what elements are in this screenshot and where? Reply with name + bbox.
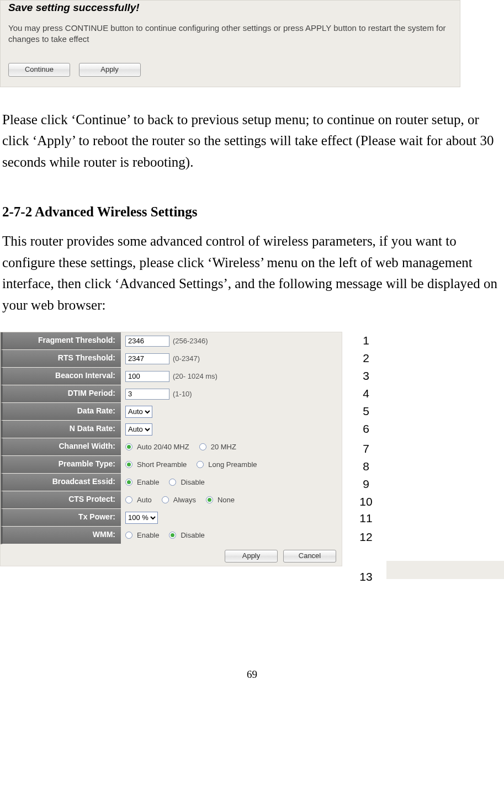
callout-number: 11 [358, 512, 374, 525]
callout-number: 1 [358, 334, 374, 347]
text-input[interactable] [125, 353, 169, 364]
callout-number: 8 [358, 460, 374, 473]
radio-button[interactable] [199, 443, 206, 450]
dialog-body-text: You may press CONTINUE button to continu… [8, 23, 452, 45]
callout-number: 13 [358, 570, 374, 583]
form-row: WMM:EnableDisable [1, 527, 342, 544]
callout-number: 4 [358, 387, 374, 400]
form-row-control: (0-2347) [121, 350, 342, 368]
form-row: Tx Power:100 % [1, 509, 342, 527]
callout-number: 12 [358, 530, 374, 544]
form-row-label: Tx Power: [1, 509, 121, 527]
hint-text: (1-10) [173, 390, 192, 398]
form-row-control: EnableDisable [121, 474, 342, 491]
apply-button[interactable]: Apply [79, 63, 141, 77]
radio-label: Enable [137, 531, 159, 539]
form-apply-button[interactable]: Apply [225, 550, 278, 562]
form-row-label: Broadcast Essid: [1, 474, 121, 491]
form-row-label: CTS Protect: [1, 491, 121, 509]
form-row: Beacon Interval:(20- 1024 ms) [1, 368, 342, 385]
section-intro-paragraph: This router provides some advanced contr… [2, 231, 502, 316]
radio-label: Auto 20/40 MHZ [137, 443, 189, 451]
radio-label: None [217, 496, 235, 504]
text-input[interactable] [125, 336, 169, 347]
form-row-control: Auto [121, 421, 342, 438]
radio-button[interactable] [125, 443, 132, 450]
form-row-control: Short PreambleLong Preamble [121, 456, 342, 474]
form-row: Data Rate:Auto [1, 403, 342, 421]
save-success-dialog: Save setting successfully! You may press… [0, 0, 460, 87]
radio-button[interactable] [125, 532, 132, 539]
form-row-label: Fragment Threshold: [1, 332, 121, 350]
form-row: N Data Rate:Auto [1, 421, 342, 438]
text-input[interactable] [125, 389, 169, 400]
radio-label: Disable [181, 531, 204, 539]
form-row-label: Data Rate: [1, 403, 121, 421]
radio-button[interactable] [169, 479, 176, 486]
radio-label: Auto [137, 496, 152, 504]
radio-label: Always [173, 496, 196, 504]
radio-label: Short Preamble [137, 460, 187, 469]
radio-button[interactable] [125, 479, 132, 486]
radio-label: 20 MHZ [211, 443, 236, 451]
callout-number: 9 [358, 477, 374, 491]
form-row: RTS Threshold:(0-2347) [1, 350, 342, 368]
radio-button[interactable] [206, 496, 213, 503]
advanced-wireless-form: Fragment Threshold:(256-2346)RTS Thresho… [0, 332, 342, 566]
callout-column: 12345678910111213 [342, 332, 386, 586]
form-row: CTS Protect:AutoAlwaysNone [1, 491, 342, 509]
callout-number: 6 [358, 422, 374, 436]
radio-button[interactable] [162, 496, 169, 503]
radio-button[interactable] [125, 496, 132, 503]
select-input[interactable]: Auto [125, 423, 152, 436]
form-row-control: (256-2346) [121, 332, 342, 350]
form-row-label: WMM: [1, 527, 121, 544]
radio-label: Disable [181, 478, 204, 486]
form-row-label: N Data Rate: [1, 421, 121, 438]
callout-number: 3 [358, 369, 374, 383]
section-heading: 2-7-2 Advanced Wireless Settings [2, 204, 502, 220]
callout-number: 5 [358, 405, 374, 418]
dialog-title: Save setting successfully! [8, 2, 452, 14]
form-row-control: AutoAlwaysNone [121, 491, 342, 509]
page-number: 69 [0, 668, 504, 681]
form-row-label: DTIM Period: [1, 385, 121, 403]
radio-button[interactable] [125, 461, 132, 468]
form-row-label: Beacon Interval: [1, 368, 121, 385]
form-cancel-button[interactable]: Cancel [283, 550, 336, 562]
callout-number: 7 [358, 442, 374, 455]
text-input[interactable] [125, 371, 169, 382]
form-row-control: (20- 1024 ms) [121, 368, 342, 385]
hint-text: (256-2346) [173, 337, 208, 345]
callout-number: 2 [358, 352, 374, 365]
form-row-control: Auto 20/40 MHZ20 MHZ [121, 438, 342, 456]
radio-label: Enable [137, 478, 159, 486]
form-row-control: Auto [121, 403, 342, 421]
form-row: Preamble Type:Short PreambleLong Preambl… [1, 456, 342, 474]
form-row-control: 100 % [121, 509, 342, 527]
form-row: Broadcast Essid:EnableDisable [1, 474, 342, 491]
form-row: DTIM Period:(1-10) [1, 385, 342, 403]
form-row-control: EnableDisable [121, 527, 342, 544]
hint-text: (0-2347) [173, 354, 200, 363]
radio-button[interactable] [197, 461, 204, 468]
form-row-control: (1-10) [121, 385, 342, 403]
select-input[interactable]: 100 % [125, 512, 158, 524]
form-row-label: Channel Width: [1, 438, 121, 456]
form-row: Fragment Threshold:(256-2346) [1, 332, 342, 350]
callout-number: 10 [358, 495, 374, 508]
form-row-label: Preamble Type: [1, 456, 121, 474]
body-paragraph-1: Please click ‘Continue’ to back to previ… [2, 109, 502, 173]
form-row: Channel Width:Auto 20/40 MHZ20 MHZ [1, 438, 342, 456]
form-row-label: RTS Threshold: [1, 350, 121, 368]
select-input[interactable]: Auto [125, 406, 152, 418]
radio-label: Long Preamble [208, 460, 257, 469]
hint-text: (20- 1024 ms) [173, 372, 217, 380]
radio-button[interactable] [169, 532, 176, 539]
continue-button[interactable]: Continue [8, 63, 70, 77]
